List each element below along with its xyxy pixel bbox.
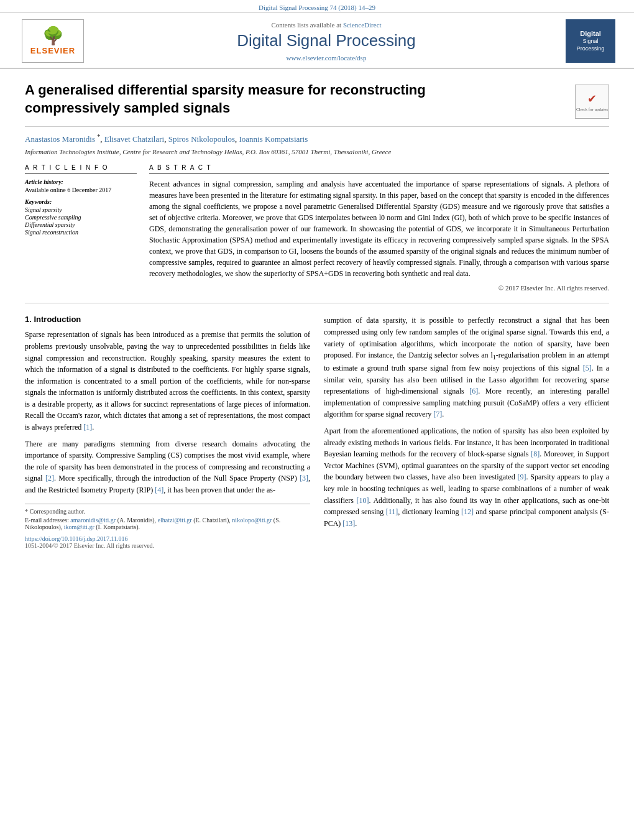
elsevier-label: ELSEVIER: [30, 46, 75, 55]
authors-line: Anastasios Maronidis *, Elisavet Chatzil…: [25, 133, 609, 144]
intro-paragraph-3: sumption of data sparsity, it is possibl…: [324, 315, 609, 420]
sciencedirect-link[interactable]: ScienceDirect: [343, 21, 382, 29]
check-updates-badge: ✔ Check for updates: [575, 85, 609, 119]
introduction-heading: 1. Introduction: [25, 315, 310, 324]
check-updates-icon: ✔: [587, 92, 597, 106]
journal-url: www.elsevier.com/locate/dsp: [87, 54, 566, 62]
available-online: Available online 6 December 2017: [25, 187, 137, 193]
intro-paragraph-4: Apart from the aforementioned applicatio…: [324, 425, 609, 529]
elsevier-logo: 🌳 ELSEVIER: [19, 19, 87, 63]
email-link-3[interactable]: nikolopo@iti.gr: [232, 517, 272, 524]
journal-bar: Digital Signal Processing 74 (2018) 14–2…: [0, 0, 634, 13]
copyright-line: © 2017 Elsevier Inc. All rights reserved…: [149, 284, 609, 292]
main-content: A generalised differential sparsity meas…: [0, 69, 634, 561]
article-title-section: A generalised differential sparsity meas…: [25, 81, 609, 127]
corresponding-author-note: * Corresponding author.: [25, 508, 310, 515]
author-chatzilari[interactable]: Elisavet Chatzilari: [104, 134, 164, 144]
author-kompatsiaris[interactable]: Ioannis Kompatsiaris: [239, 134, 308, 144]
email-link-1[interactable]: amaronidis@iti.gr: [70, 517, 116, 524]
check-updates-label: Check for updates: [576, 107, 608, 112]
article-title: A generalised differential sparsity meas…: [25, 81, 522, 117]
email-link-4[interactable]: ikom@iti.gr: [64, 524, 94, 530]
body-columns: 1. Introduction Sparse representation of…: [25, 315, 609, 548]
article-info-abstract-columns: A R T I C L E I N F O Article history: A…: [25, 164, 609, 292]
article-info-label: A R T I C L E I N F O: [25, 164, 137, 173]
abstract-column: A B S T R A C T Recent advances in signa…: [149, 164, 609, 292]
email-footnote: E-mail addresses: amaronidis@iti.gr (A. …: [25, 517, 310, 530]
journal-citation: Digital Signal Processing 74 (2018) 14–2…: [259, 4, 375, 11]
author-nikolopoulos[interactable]: Spiros Nikolopoulos: [168, 134, 235, 144]
author-maronidis[interactable]: Anastasios Maronidis: [25, 134, 95, 144]
keyword-3: Differential sparsity: [25, 221, 137, 228]
elsevier-tree-icon: 🌳: [42, 27, 64, 45]
article-info-column: A R T I C L E I N F O Article history: A…: [25, 164, 137, 292]
footnote-section: * Corresponding author. E-mail addresses…: [25, 504, 310, 549]
contents-available-text: Contents lists available at ScienceDirec…: [87, 21, 566, 29]
keyword-2: Compressive sampling: [25, 214, 137, 221]
doi-line[interactable]: https://doi.org/10.1016/j.dsp.2017.11.01…: [25, 535, 310, 542]
keywords-label: Keywords:: [25, 198, 137, 205]
history-label: Article history:: [25, 178, 137, 185]
abstract-text: Recent advances in signal compression, s…: [149, 178, 609, 279]
dsp-logo-box: Digital Signal Processing: [566, 19, 615, 63]
keyword-1: Signal sparsity: [25, 206, 137, 213]
keyword-4: Signal reconstruction: [25, 229, 137, 236]
authors-text: Anastasios Maronidis *, Elisavet Chatzil…: [25, 134, 308, 144]
body-right-column: sumption of data sparsity, it is possibl…: [324, 315, 609, 548]
intro-paragraph-1: Sparse representation of signals has bee…: [25, 329, 310, 433]
intro-paragraph-2: There are many paradigms stemming from d…: [25, 438, 310, 496]
email-link-2[interactable]: elhatzi@iti.gr: [158, 517, 192, 524]
journal-name: Digital Signal Processing: [87, 31, 566, 50]
affiliation-line: Information Technologies Institute, Cent…: [25, 148, 609, 155]
keywords-list: Signal sparsity Compressive sampling Dif…: [25, 206, 137, 236]
journal-header: 🌳 ELSEVIER Contents lists available at S…: [0, 13, 634, 69]
journal-title-center: Contents lists available at ScienceDirec…: [87, 21, 566, 62]
section-divider: [25, 303, 609, 303]
body-left-column: 1. Introduction Sparse representation of…: [25, 315, 310, 548]
abstract-label: A B S T R A C T: [149, 164, 609, 173]
license-line: 1051-2004/© 2017 Elsevier Inc. All right…: [25, 542, 310, 549]
